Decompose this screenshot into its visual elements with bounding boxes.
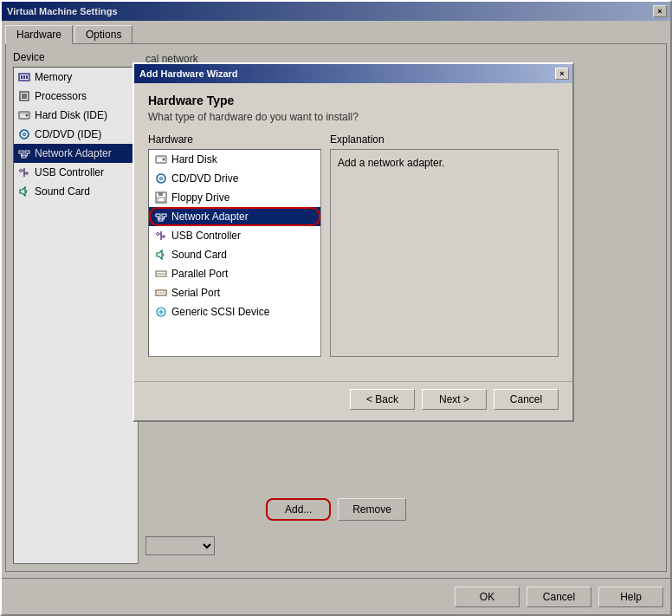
hw-label-parallel: Parallel Port (171, 268, 228, 280)
hardware-item-floppy[interactable]: Floppy Drive (149, 188, 320, 207)
hardware-item-usb[interactable]: USB Controller (149, 226, 320, 245)
modal-footer: < Back Next > Cancel (134, 381, 572, 420)
hardware-item-sound[interactable]: Sound Card (149, 245, 320, 264)
modal-body: Hardware Type What type of hardware do y… (134, 83, 572, 381)
modal-overlay: Add Hardware Wizard × Hardware Type What… (2, 2, 670, 614)
hw-label-hard-disk: Hard Disk (171, 153, 217, 165)
hw-floppy-icon (154, 191, 168, 204)
hw-label-floppy: Floppy Drive (171, 191, 229, 204)
modal-cancel-button[interactable]: Cancel (494, 389, 559, 410)
hardware-list: Hard Disk CD/DVD Drive (148, 149, 321, 357)
modal-section-title: Hardware Type (148, 94, 559, 107)
main-window: Virtual Machine Settings × Hardware Opti… (0, 0, 672, 616)
svg-point-27 (157, 174, 165, 183)
svg-rect-31 (158, 198, 165, 202)
hardware-item-cdrom[interactable]: CD/DVD Drive (149, 169, 320, 188)
modal-title: Add Hardware Wizard (139, 68, 238, 79)
hw-parallel-icon (154, 267, 168, 281)
hardware-list-panel: Hardware Hard Disk (148, 133, 321, 357)
hw-disk-icon (154, 152, 168, 166)
hardware-item-parallel[interactable]: Parallel Port (149, 264, 320, 283)
hw-label-cdrom: CD/DVD Drive (171, 172, 238, 185)
svg-marker-44 (157, 250, 162, 259)
explanation-label: Explanation (330, 133, 559, 146)
modal-section-subtitle: What type of hardware do you want to ins… (148, 111, 559, 123)
svg-point-28 (160, 178, 163, 180)
hw-scsi-icon (154, 305, 168, 319)
explanation-text: Add a network adapter. (338, 157, 551, 169)
modal-content-area: Hardware Hard Disk (148, 133, 559, 357)
hardware-item-serial[interactable]: Serial Port (149, 283, 320, 302)
hardware-list-label: Hardware (148, 133, 321, 146)
svg-point-25 (163, 159, 165, 161)
hw-cdrom-icon (154, 172, 168, 185)
svg-rect-30 (158, 192, 163, 196)
explanation-panel: Add a network adapter. (330, 149, 559, 357)
hw-sound-icon (154, 248, 168, 262)
back-button[interactable]: < Back (350, 389, 415, 410)
hw-label-network: Network Adapter (171, 211, 249, 223)
hw-label-serial: Serial Port (171, 287, 220, 299)
next-button[interactable]: Next > (422, 389, 487, 410)
svg-point-42 (157, 233, 159, 236)
hw-network-icon (154, 210, 168, 224)
svg-rect-33 (162, 214, 166, 217)
hw-usb-icon (154, 229, 168, 243)
hw-label-sound: Sound Card (171, 249, 227, 261)
hw-serial-icon (154, 286, 168, 300)
hardware-item-hard-disk[interactable]: Hard Disk (149, 150, 320, 169)
modal-title-bar: Add Hardware Wizard × (134, 64, 572, 83)
add-hardware-modal: Add Hardware Wizard × Hardware Type What… (132, 62, 574, 422)
hardware-item-network[interactable]: Network Adapter (149, 207, 320, 226)
modal-close-button[interactable]: × (555, 68, 569, 80)
hardware-item-scsi[interactable]: Generic SCSI Device (149, 302, 320, 321)
hw-label-scsi: Generic SCSI Device (171, 306, 269, 318)
svg-rect-32 (156, 214, 160, 217)
explanation-area: Explanation Add a network adapter. (330, 133, 559, 357)
hw-label-usb: USB Controller (171, 230, 241, 242)
